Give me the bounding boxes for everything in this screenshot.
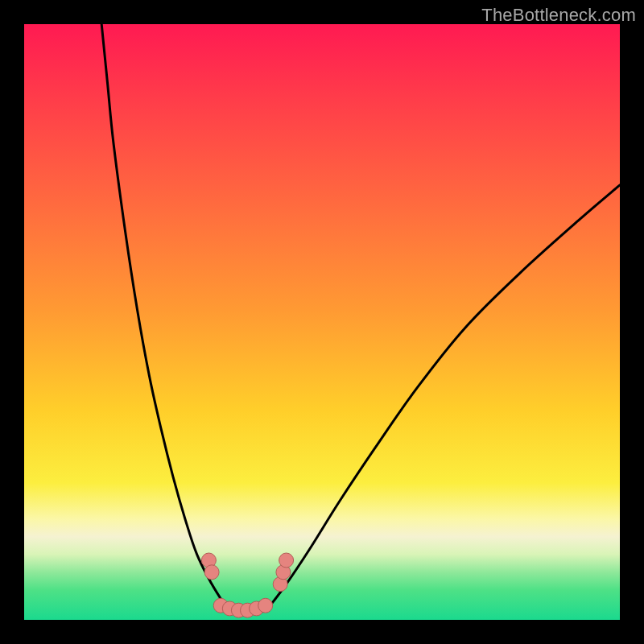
watermark-text: TheBottleneck.com	[481, 5, 636, 26]
left-marker-2	[204, 565, 219, 580]
right-marker-3	[279, 553, 294, 568]
bottom-marker-6	[258, 598, 273, 613]
curves-svg	[24, 24, 620, 620]
chart-frame: TheBottleneck.com	[0, 0, 644, 644]
curve-right-curve	[268, 185, 620, 608]
plot-area	[24, 24, 620, 620]
curve-left-curve	[101, 24, 226, 608]
marker-group	[201, 553, 293, 617]
curve-group	[101, 24, 620, 614]
